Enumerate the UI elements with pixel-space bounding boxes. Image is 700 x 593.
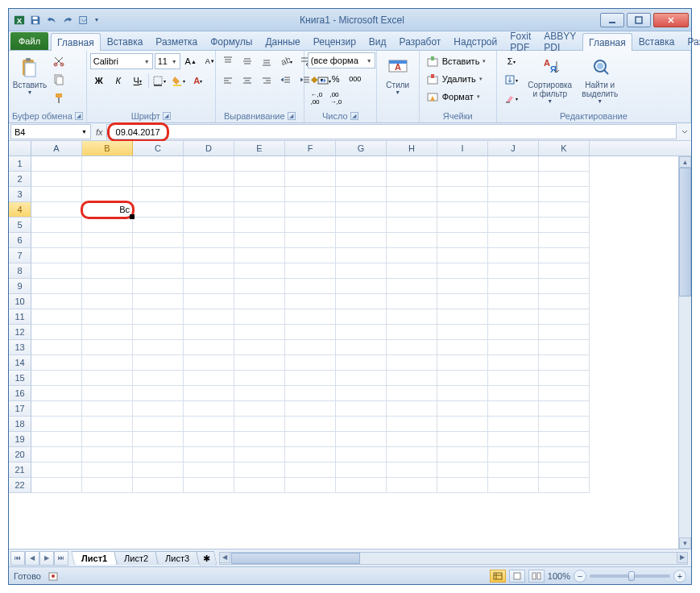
cell-G8[interactable] (336, 263, 387, 279)
cell-K13[interactable] (539, 340, 590, 355)
comma-button[interactable]: 000 (346, 70, 364, 88)
cell-F3[interactable] (285, 187, 336, 202)
file-tab[interactable]: Файл (10, 32, 48, 50)
align-dialog-launcher[interactable]: ◢ (288, 112, 296, 120)
tab-главная[interactable]: Главная (51, 33, 101, 51)
cell-K18[interactable] (539, 417, 590, 432)
column-header-K[interactable]: K (539, 141, 590, 156)
format-cells-button[interactable]: Формат▾ (423, 88, 483, 106)
cell-I12[interactable] (437, 325, 488, 340)
cell-H16[interactable] (387, 386, 437, 401)
select-all-corner[interactable] (9, 141, 31, 156)
cell-E15[interactable] (234, 371, 285, 386)
cell-J17[interactable] (488, 401, 539, 417)
cell-H9[interactable] (387, 279, 437, 294)
cell-G9[interactable] (336, 279, 387, 294)
cell-F9[interactable] (285, 279, 336, 294)
column-header-B[interactable]: B (82, 141, 133, 156)
chevron-down-icon[interactable]: ▼ (142, 59, 150, 64)
cell-B6[interactable] (82, 233, 133, 248)
cell-B1[interactable] (82, 156, 133, 172)
cell-B3[interactable] (82, 187, 133, 202)
cell-B18[interactable] (82, 417, 133, 432)
row-header-5[interactable]: 5 (9, 218, 31, 233)
cell-G3[interactable] (336, 187, 387, 202)
fill-color-button[interactable]: ▾ (170, 72, 188, 89)
cell-A8[interactable] (31, 263, 82, 279)
cell-D11[interactable] (184, 309, 234, 325)
cell-B16[interactable] (82, 386, 133, 401)
cell-H1[interactable] (387, 156, 437, 172)
column-header-F[interactable]: F (285, 141, 336, 156)
tab-abbyy pdi[interactable]: ABBYY PDI (537, 32, 582, 50)
cell-K11[interactable] (539, 309, 590, 325)
column-header-A[interactable]: A (31, 141, 82, 156)
cell-J13[interactable] (488, 340, 539, 355)
cell-I4[interactable] (437, 202, 488, 218)
cell-J10[interactable] (488, 294, 539, 309)
page-break-view-button[interactable] (528, 570, 545, 583)
cell-G2[interactable] (336, 172, 387, 187)
column-header-J[interactable]: J (488, 141, 539, 156)
cell-G1[interactable] (336, 156, 387, 172)
cell-A5[interactable] (31, 218, 82, 233)
sheet-first-button[interactable]: ⏮ (10, 551, 25, 566)
cell-I1[interactable] (437, 156, 488, 172)
cell-I8[interactable] (437, 263, 488, 279)
cell-G21[interactable] (336, 462, 387, 478)
cell-H3[interactable] (387, 187, 437, 202)
cell-E13[interactable] (234, 340, 285, 355)
hscroll-thumb[interactable] (231, 553, 360, 564)
cell-K3[interactable] (539, 187, 590, 202)
cell-F1[interactable] (285, 156, 336, 172)
cell-G20[interactable] (336, 447, 387, 462)
cell-B13[interactable] (82, 340, 133, 355)
cell-H13[interactable] (387, 340, 437, 355)
cell-B10[interactable] (82, 294, 133, 309)
cell-A18[interactable] (31, 417, 82, 432)
cell-A9[interactable] (31, 279, 82, 294)
cell-E7[interactable] (234, 248, 285, 263)
cell-B11[interactable] (82, 309, 133, 325)
cell-D22[interactable] (184, 478, 234, 493)
undo-icon[interactable] (44, 13, 59, 27)
cell-C16[interactable] (133, 386, 184, 401)
cell-J22[interactable] (488, 478, 539, 493)
copy-button[interactable] (50, 71, 68, 89)
sheet-tab-Лист2[interactable]: Лист2 (114, 551, 159, 565)
align-bottom-button[interactable] (258, 52, 275, 70)
cell-F12[interactable] (285, 325, 336, 340)
cell-C2[interactable] (133, 172, 184, 187)
cell-G12[interactable] (336, 325, 387, 340)
number-dialog-launcher[interactable]: ◢ (350, 112, 358, 120)
minimize-button[interactable] (600, 13, 624, 27)
cell-H11[interactable] (387, 309, 437, 325)
cell-H21[interactable] (387, 462, 437, 478)
cell-K4[interactable] (539, 202, 590, 218)
cell-G15[interactable] (336, 371, 387, 386)
column-header-I[interactable]: I (437, 141, 488, 156)
cell-J19[interactable] (488, 432, 539, 447)
cell-C22[interactable] (133, 478, 184, 493)
cell-C19[interactable] (133, 432, 184, 447)
cell-C14[interactable] (133, 355, 184, 371)
scroll-left-button[interactable]: ◀ (219, 552, 230, 563)
cell-H2[interactable] (387, 172, 437, 187)
cell-F11[interactable] (285, 309, 336, 325)
cell-G22[interactable] (336, 478, 387, 493)
underline-button[interactable]: Ч▾ (129, 72, 147, 89)
row-header-7[interactable]: 7 (9, 248, 31, 263)
cell-C5[interactable] (133, 218, 184, 233)
column-header-G[interactable]: G (336, 141, 387, 156)
cell-A15[interactable] (31, 371, 82, 386)
cell-A10[interactable] (31, 294, 82, 309)
vertical-scrollbar[interactable]: ▲ ▼ (678, 156, 691, 549)
percent-button[interactable]: % (327, 70, 345, 88)
cell-C13[interactable] (133, 340, 184, 355)
cell-C17[interactable] (133, 401, 184, 417)
styles-button[interactable]: A Стили ▼ (380, 52, 416, 107)
bold-button[interactable]: Ж (90, 72, 108, 89)
align-middle-button[interactable] (238, 52, 256, 70)
cell-D14[interactable] (184, 355, 234, 371)
row-header-6[interactable]: 6 (9, 233, 31, 248)
